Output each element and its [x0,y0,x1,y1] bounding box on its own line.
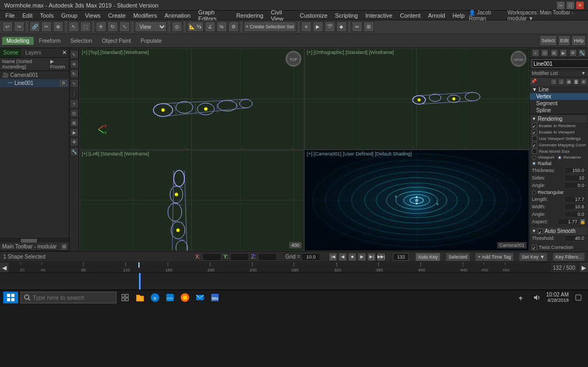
scale-button[interactable]: ⤡ [119,21,130,32]
aspect-lock-icon[interactable]: 🔒 [579,218,586,225]
play-next-button[interactable]: ▶ [358,253,366,261]
rotate-tool[interactable]: ↻ [70,69,79,78]
hierarchy-tool[interactable]: ⊞ [70,119,79,127]
grid-value-input[interactable] [301,253,320,261]
unlink-button[interactable]: ✂ [41,21,52,32]
enable-viewport-check[interactable] [532,129,537,135]
hierarchy-panel-icon[interactable]: ⊞ [551,49,558,57]
minimize-button[interactable]: ─ [557,2,564,9]
menu-modifiers[interactable]: Modifiers [130,12,160,19]
motion-tool[interactable]: ▶ [70,128,79,137]
top-nav-cube[interactable]: TOP [285,51,301,67]
left-viewport[interactable]: [+] [Left] [Standard] [Wireframe] [79,150,304,251]
move-tool[interactable]: ✛ [70,60,79,68]
sides-input[interactable] [564,175,586,181]
layers-tab[interactable]: Layers [22,48,44,57]
timeline-left-arrow[interactable]: ◀ [0,262,9,273]
tree-item-line[interactable]: 〰 Line001 ⚙ [0,79,69,87]
timeline-track[interactable] [0,273,588,290]
menu-group[interactable]: Group [58,12,81,19]
utilities-tool[interactable]: 🔧 [70,147,79,156]
rendering-header[interactable]: ▼Rendering [531,115,587,122]
menu-scripting[interactable]: Scripting [332,12,361,19]
spinner-snap-button[interactable]: ⚙ [228,21,239,32]
undo-button[interactable]: ↩ [2,21,13,32]
utility-panel-icon[interactable]: 🔧 [578,49,586,57]
select-mode-button[interactable]: Select [539,35,557,46]
next-key-button[interactable]: ▶| [367,253,376,261]
start-button[interactable] [3,292,18,303]
modifier-vertex[interactable]: Vertex [530,93,588,100]
redo-button[interactable]: ↪ [14,21,25,32]
menu-interactive[interactable]: Interactive [362,12,396,19]
real-world-size-check[interactable] [532,149,537,154]
menu-edit[interactable]: Edit [19,12,36,19]
menu-arnold[interactable]: Arnold [425,12,448,19]
menu-views[interactable]: Views [82,12,104,19]
stop-button[interactable]: ■ [348,253,357,261]
tree-item-camera[interactable]: 🎥 Camera001 [0,71,69,79]
scale-tool[interactable]: ⤡ [70,79,79,88]
motion-panel-icon[interactable]: ▶ [560,49,567,57]
object-paint-tab[interactable]: Object Paint [98,37,135,45]
layer-options-button[interactable]: ⚙ [61,244,67,250]
pivot-button[interactable]: ◎ [172,21,182,32]
scene-scrollbar[interactable] [0,238,69,243]
select-link-button[interactable]: 🔗 [29,21,40,32]
line-options-button[interactable]: ⚙ [60,80,67,86]
modifier-line[interactable]: ▼ Line [530,86,588,93]
top-viewport[interactable]: [+] [Top] [Standard] [Wireframe] [79,48,304,150]
end-key-button[interactable]: ▶▶| [377,253,385,261]
mirror-button[interactable]: ⇔ [352,21,362,32]
length-input[interactable] [564,196,586,202]
object-name-input[interactable] [532,59,588,68]
key-filters-button[interactable]: Key Filters... [553,253,585,261]
z-coord-input[interactable] [258,253,277,261]
scene-tab-active[interactable]: Scene [0,48,22,57]
create-tool[interactable]: + [70,99,79,108]
radial-radio[interactable] [532,161,536,166]
help-mode-button[interactable]: Help [571,35,586,46]
auto-smooth-header[interactable]: ▼ Auto Smooth [531,228,587,235]
create-selection-set-button[interactable]: + Create Selection Set [244,21,296,32]
threshold-input[interactable] [564,235,586,241]
modify-tool[interactable]: ⊡ [70,109,79,118]
menu-animation[interactable]: Animation [161,12,194,19]
task-view-button[interactable] [119,291,131,304]
render-button[interactable]: 🎬 [324,21,335,32]
network-icon[interactable] [514,291,527,304]
rectangular-radio[interactable] [532,190,536,194]
display-tool[interactable]: 👁 [70,138,79,146]
angle-input[interactable] [564,182,586,189]
move-button[interactable]: ✛ [96,21,106,32]
ortho-nav-cube[interactable]: ORTHO [510,51,527,67]
3dsmax-app-icon[interactable]: 3ds [208,291,221,304]
twist-correction-check[interactable] [532,245,537,250]
stack-down-icon[interactable]: ↓ [558,79,564,85]
width-input[interactable] [564,204,586,210]
populate-tab[interactable]: Populate [136,37,166,45]
set-key-button[interactable]: Set Key ▼ [519,253,547,261]
aspect-input[interactable] [558,218,579,225]
menu-file[interactable]: File [2,12,18,19]
rotate-button[interactable]: ↻ [107,21,118,32]
layer-button[interactable]: ≡ [301,21,312,32]
taskbar-search[interactable] [20,292,117,303]
play-prev-button[interactable]: ◀ [338,253,347,261]
camera-viewport[interactable]: [+] [Camera001] [User Defined] [Default … [304,150,529,251]
stack-make-unique-icon[interactable]: ⊕ [566,79,572,85]
timeline-right-arrow[interactable]: ▶ [579,262,588,273]
select-button[interactable]: ↖ [68,21,79,32]
angle2-input[interactable] [564,211,586,217]
selection-tab[interactable]: Selection [66,37,96,45]
mail-icon[interactable] [194,291,206,304]
angle-snap-button[interactable]: ∠ [205,21,215,32]
menu-help[interactable]: Help [450,12,468,19]
menu-create[interactable]: Create [105,12,129,19]
edit-mode-button[interactable]: Edit [558,35,571,46]
bind-button[interactable]: ⊕ [53,21,64,32]
menu-rendering[interactable]: Rendering [233,12,267,19]
maximize-button[interactable]: □ [567,2,574,9]
prev-key-button[interactable]: |◀ [329,253,337,261]
reference-coord-dropdown[interactable]: View [135,21,167,32]
